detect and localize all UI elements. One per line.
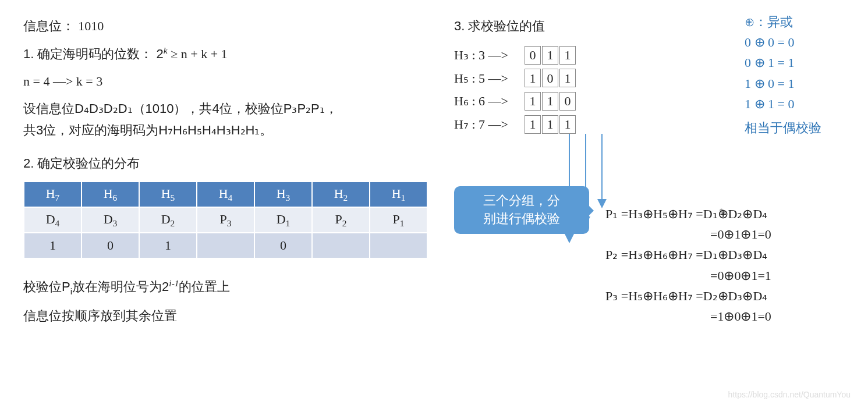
binary-digit: 1 bbox=[525, 92, 541, 111]
binary-row-label: H₅ : 5 —> bbox=[454, 67, 524, 90]
info-bits-line: 信息位： 1010 bbox=[23, 16, 431, 35]
table-cell bbox=[312, 233, 370, 258]
watermark: https://blog.csdn.net/QuantumYou bbox=[728, 390, 851, 399]
binary-digit: 1 bbox=[525, 115, 541, 134]
binary-digit: 1 bbox=[542, 46, 558, 65]
table-row: 1010 bbox=[24, 233, 427, 258]
binary-row: H₇ : 7 —>111 bbox=[454, 113, 845, 136]
note1-c: 的位置上 bbox=[179, 280, 230, 294]
formula-line: P₁ =H₃⊕H₅⊕H₇ =D₁⊕D₂⊕D₄ bbox=[605, 204, 771, 224]
callout-l2: 别进行偶校验 bbox=[463, 210, 580, 228]
binary-digit: 0 bbox=[542, 69, 558, 87]
table-cell: P1 bbox=[370, 207, 427, 233]
binary-row-label: H₇ : 7 —> bbox=[454, 113, 524, 136]
formula-line: P₃ =H₅⊕H₆⊕H₇ =D₂⊕D₃⊕D₄ bbox=[605, 286, 771, 306]
nk-line: n = 4 —> k = 3 bbox=[23, 72, 431, 91]
binary-digit: 1 bbox=[542, 92, 558, 111]
table-cell: P3 bbox=[197, 207, 254, 233]
binary-digit: 0 bbox=[559, 92, 576, 111]
step1: 1. 确定海明码的位数： 2k ≥ n + k + 1 bbox=[23, 44, 431, 63]
parity-formulas: P₁ =H₃⊕H₅⊕H₇ =D₁⊕D₂⊕D₄=0⊕1⊕1=0P₂ =H₃⊕H₆⊕… bbox=[605, 204, 771, 326]
table-cell bbox=[197, 233, 254, 258]
binary-digit: 1 bbox=[525, 69, 541, 87]
table-header: H6 bbox=[82, 182, 139, 207]
table-cell: D1 bbox=[254, 207, 312, 233]
table-cell: 1 bbox=[24, 233, 82, 258]
step1-tail: ≥ n + k + 1 bbox=[168, 47, 228, 61]
hamming-table: H7H6H5H4H3H2H1 D4D3D2P3D1P2P1 1010 bbox=[23, 181, 428, 259]
table-cell: 0 bbox=[82, 233, 139, 258]
binary-digit: 1 bbox=[542, 115, 558, 134]
note1-b: 放在海明位号为2 bbox=[72, 280, 169, 294]
table-header: H1 bbox=[370, 182, 427, 207]
table-header: H3 bbox=[254, 182, 312, 207]
desc-line1: 设信息位D₄D₃D₂D₁（1010），共4位，校验位P₃P₂P₁， bbox=[23, 99, 431, 118]
callout-bubble: 三个分组，分 别进行偶校验 bbox=[454, 186, 589, 234]
table-cell: D2 bbox=[139, 207, 197, 233]
note1-sup: i-1 bbox=[169, 278, 179, 288]
right-column: 3. 求校验位的值 ⊕：异或 0 ⊕ 0 = 00 ⊕ 1 = 11 ⊕ 0 =… bbox=[454, 12, 845, 333]
note1: 校验位Pi放在海明位号为2i-1的位置上 bbox=[23, 276, 431, 298]
step2-label: 2. 确定校验位的分布 bbox=[23, 154, 431, 173]
formula-result: =0⊕0⊕1=1 bbox=[605, 265, 771, 286]
binary-digit: 1 bbox=[559, 115, 576, 134]
table-header-row: H7H6H5H4H3H2H1 bbox=[24, 182, 427, 207]
step1-sup: k bbox=[164, 45, 168, 55]
formula-result: =0⊕1⊕1=0 bbox=[605, 224, 771, 244]
binary-row-label: H₆ : 6 —> bbox=[454, 90, 524, 113]
info-bits-value: 1010 bbox=[78, 19, 104, 33]
table-cell: D4 bbox=[24, 207, 82, 233]
note2: 信息位按顺序放到其余位置 bbox=[23, 306, 431, 325]
binary-digit: 1 bbox=[559, 46, 576, 65]
note1-a: 校验位P bbox=[23, 280, 70, 294]
table-header: H7 bbox=[24, 182, 82, 207]
table-header: H4 bbox=[197, 182, 254, 207]
binary-row: H₅ : 5 —>101 bbox=[454, 67, 845, 90]
table-header: H5 bbox=[139, 182, 197, 207]
table-cell bbox=[370, 233, 427, 258]
formula-result: =1⊕0⊕1=0 bbox=[605, 306, 771, 326]
binary-row-label: H₃ : 3 —> bbox=[454, 44, 524, 67]
table-row: D4D3D2P3D1P2P1 bbox=[24, 207, 427, 233]
table-cell: 1 bbox=[139, 233, 197, 258]
formula-line: P₂ =H₃⊕H₆⊕H₇ =D₁⊕D₃⊕D₄ bbox=[605, 244, 771, 265]
binary-row: H₆ : 6 —>110 bbox=[454, 90, 845, 113]
info-bits-label: 信息位： bbox=[23, 19, 75, 33]
desc-line2: 共3位，对应的海明码为H₇H₆H₅H₄H₃H₂H₁。 bbox=[23, 120, 431, 140]
xor-title: ⊕：异或 bbox=[745, 12, 821, 32]
table-header: H2 bbox=[312, 182, 370, 207]
binary-digit: 1 bbox=[559, 69, 576, 87]
table-cell: 0 bbox=[254, 233, 312, 258]
step1-label: 1. 确定海明码的位数： 2 bbox=[23, 47, 164, 61]
table-cell: D3 bbox=[82, 207, 139, 233]
left-column: 信息位： 1010 1. 确定海明码的位数： 2k ≥ n + k + 1 n … bbox=[23, 12, 431, 333]
table-cell: P2 bbox=[312, 207, 370, 233]
binary-digit: 0 bbox=[525, 46, 541, 65]
binary-decomposition: H₃ : 3 —>011H₅ : 5 —>101H₆ : 6 —>110H₇ :… bbox=[454, 44, 845, 136]
callout-l1: 三个分组，分 bbox=[463, 192, 580, 210]
binary-row: H₃ : 3 —>011 bbox=[454, 44, 845, 67]
